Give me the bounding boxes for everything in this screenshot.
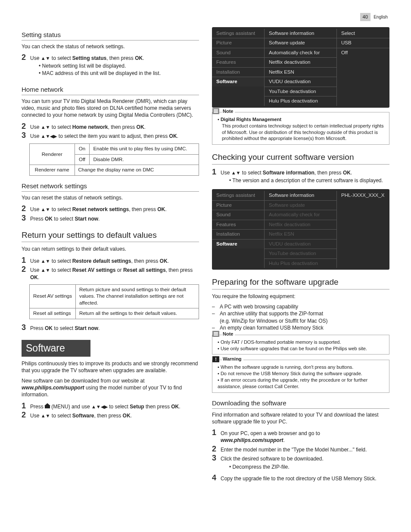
heading-return-defaults: Return your settings to default values <box>22 230 199 243</box>
table-home-network: Renderer On Enable this unit to play fil… <box>29 143 199 176</box>
menu-item: Netflix ESN <box>265 68 336 78</box>
step-2: 2 Use ▲▼ to select Setting status, then … <box>22 53 199 79</box>
menu-item: Automatically check for <box>265 48 336 58</box>
heading-setting-status: Setting status <box>22 31 199 40</box>
menu-item: YouTube deactivation <box>265 87 336 97</box>
left-column: Setting status You can check the status … <box>22 25 199 483</box>
menu-item: Picture <box>212 201 264 211</box>
note-drm: Note Digital Rights Management This prod… <box>212 112 389 145</box>
page-header: 40 English <box>22 13 389 21</box>
heading-preparing: Preparing for the software upgrade <box>212 277 389 289</box>
text: You can turn your TV into Digital Media … <box>22 98 199 119</box>
equipment-list: –A PC with web browsing capability –An a… <box>212 303 389 331</box>
home-icon <box>45 404 50 408</box>
menu-item: Installation <box>212 68 264 78</box>
menu-item: Features <box>212 58 264 68</box>
menu-item: Features <box>212 220 264 230</box>
menu-item: Settings assistant <box>212 191 264 201</box>
menu-item: Hulu Plus deactivation <box>265 96 336 106</box>
menu-item: Software update <box>265 38 336 48</box>
menu-item: Installation <box>212 230 264 240</box>
menu-item: Software <box>212 240 264 249</box>
up-down-icon: ▲▼ <box>41 56 50 61</box>
menu-item: Sound <box>212 210 264 220</box>
right-column: Settings assistantPictureSoundFeaturesIn… <box>212 25 389 483</box>
page-number: 40 <box>360 13 371 21</box>
menu-item: Netflix ESN <box>265 230 336 240</box>
heading-downloading: Downloading the software <box>212 399 389 409</box>
menu-item: USB <box>337 38 389 48</box>
menu-item: YouTube deactivation <box>265 249 336 259</box>
warning-box: !Warning When the software upgrade is ru… <box>212 360 389 392</box>
menu-screenshot-1: Settings assistantPictureSoundFeaturesIn… <box>212 27 389 108</box>
menu-item: Software <box>212 77 264 87</box>
menu-item: Netflix deactivation <box>265 220 336 230</box>
menu-item: Software update <box>265 201 336 211</box>
up-down-left-right-icon: ▲▼◀▶ <box>41 134 57 139</box>
heading-reset-network: Reset network settings <box>22 182 199 192</box>
menu-screenshot-2: Settings assistantPictureSoundFeaturesIn… <box>212 189 389 270</box>
menu-item: Hulu Plus deactivation <box>265 259 336 268</box>
menu-item: Picture <box>212 38 264 48</box>
note-fat: Note Only FAT / DOS-formatted portable m… <box>212 335 389 355</box>
menu-item: Off <box>337 48 389 58</box>
page-language: English <box>372 13 389 21</box>
menu-item: VUDU deactivation <box>265 77 336 87</box>
note-icon <box>212 331 219 337</box>
menu-item: Select <box>337 29 389 39</box>
menu-item: PHL-XXXX_XXX_X <box>337 191 389 200</box>
menu-item: Software information <box>265 29 336 39</box>
text: You can check the status of network sett… <box>22 43 199 50</box>
menu-item: Sound <box>212 48 264 58</box>
note-icon <box>212 108 219 114</box>
heading-software: Software <box>22 340 90 357</box>
warning-icon: ! <box>212 356 219 362</box>
heading-home-network: Home network <box>22 85 199 95</box>
up-down-icon: ▲▼ <box>41 124 50 130</box>
menu-item: Software information <box>265 191 336 201</box>
menu-item: Automatically check for <box>265 210 336 220</box>
menu-item: VUDU deactivation <box>265 240 336 249</box>
table-reset: Reset AV settings Return picture and sou… <box>29 284 199 319</box>
menu-item: Settings assistant <box>212 29 264 39</box>
menu-item: Netflix deactivation <box>265 58 336 68</box>
heading-check-version: Checking your current software version <box>212 152 389 165</box>
